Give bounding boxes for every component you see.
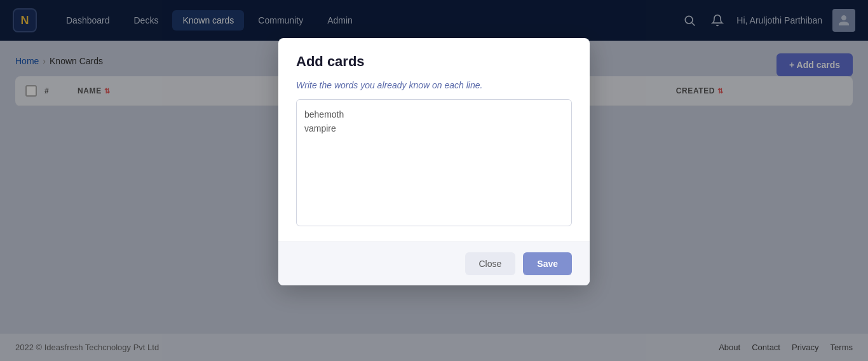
modal-overlay: Add cards Write the words you already kn…: [0, 0, 868, 361]
modal-title: Add cards: [296, 53, 572, 70]
modal-footer: Close Save: [278, 242, 590, 285]
add-cards-modal: Add cards Write the words you already kn…: [278, 38, 590, 285]
close-button[interactable]: Close: [465, 252, 516, 275]
words-textarea[interactable]: behemoth vampire: [296, 99, 572, 226]
modal-header: Add cards: [278, 38, 590, 80]
modal-description: Write the words you already know on each…: [296, 80, 572, 90]
modal-body: Write the words you already know on each…: [278, 80, 590, 242]
save-button[interactable]: Save: [523, 252, 572, 275]
